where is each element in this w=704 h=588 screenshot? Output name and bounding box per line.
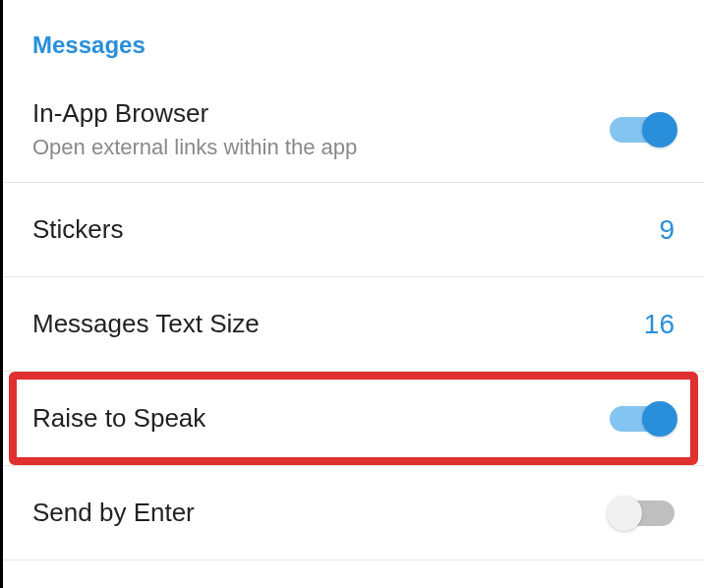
raise-to-speak-toggle[interactable] bbox=[610, 406, 675, 432]
text-size-title: Messages Text Size bbox=[32, 309, 260, 339]
in-app-browser-title: In-App Browser bbox=[32, 98, 357, 129]
row-stickers[interactable]: Stickers 9 bbox=[3, 183, 704, 277]
toggle-knob bbox=[607, 496, 642, 531]
in-app-browser-subtitle: Open external links within the app bbox=[32, 135, 357, 160]
toggle-knob bbox=[642, 401, 677, 437]
row-in-app-browser[interactable]: In-App Browser Open external links withi… bbox=[3, 77, 704, 183]
send-by-enter-toggle[interactable] bbox=[610, 500, 675, 526]
send-by-enter-title: Send by Enter bbox=[32, 498, 195, 528]
row-send-by-enter[interactable]: Send by Enter bbox=[3, 466, 704, 560]
stickers-value: 9 bbox=[659, 214, 675, 246]
row-raise-to-speak[interactable]: Raise to Speak bbox=[3, 372, 704, 466]
row-text: In-App Browser Open external links withi… bbox=[32, 98, 357, 160]
toggle-knob bbox=[642, 112, 677, 147]
settings-container: Messages In-App Browser Open external li… bbox=[0, 0, 704, 588]
in-app-browser-toggle[interactable] bbox=[610, 117, 675, 143]
raise-to-speak-title: Raise to Speak bbox=[32, 403, 205, 434]
section-header-messages: Messages bbox=[3, 0, 704, 77]
stickers-title: Stickers bbox=[32, 214, 123, 245]
row-text-size[interactable]: Messages Text Size 16 bbox=[3, 277, 704, 372]
text-size-value: 16 bbox=[644, 309, 675, 340]
